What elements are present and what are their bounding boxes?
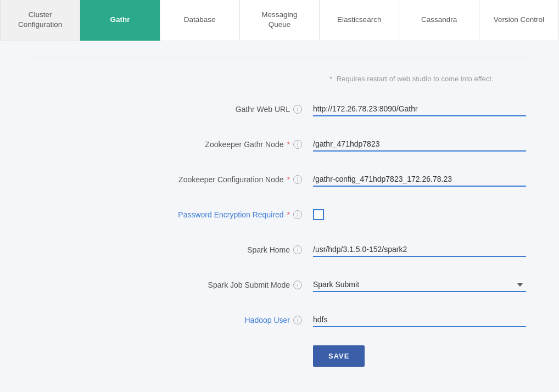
tab-cassandra[interactable]: Cassandra: [399, 0, 479, 41]
input-area-zookeeper-configuration-node: [313, 172, 526, 187]
label-spark-job-submit-mode: Spark Job Submit Modei: [33, 281, 313, 289]
label-text-spark-job-submit-mode: Spark Job Submit Mode: [208, 281, 290, 289]
input-area-spark-job-submit-mode: Spark SubmitLivyYarn: [313, 278, 526, 292]
input-spark-home[interactable]: [313, 243, 526, 257]
info-icon-hadoop-user[interactable]: i: [293, 316, 302, 324]
tab-messaging-queue[interactable]: Messaging Queue: [240, 0, 320, 41]
select-wrapper-spark-job-submit-mode: Spark SubmitLivyYarn: [313, 278, 526, 292]
label-text-spark-home: Spark Home: [247, 245, 290, 254]
label-gathr-web-url: Gathr Web URLi: [33, 105, 313, 114]
form-row-zookeeper-gathr-node: Zookeeper Gathr Node *i: [33, 135, 526, 154]
label-text-gathr-web-url: Gathr Web URL: [236, 105, 290, 114]
restart-note: * Requires restart of web studio to come…: [329, 75, 526, 83]
required-star-zookeeper-gathr-node: *: [287, 140, 290, 149]
tab-version-control[interactable]: Version Control: [479, 0, 559, 41]
restart-note-text: Requires restart of web studio to come i…: [337, 75, 494, 83]
input-gathr-web-url[interactable]: [313, 102, 526, 116]
input-area-hadoop-user: [313, 313, 526, 327]
label-zookeeper-gathr-node: Zookeeper Gathr Node *i: [33, 140, 313, 149]
label-text-zookeeper-gathr-node: Zookeeper Gathr Node: [205, 140, 283, 149]
info-icon-spark-home[interactable]: i: [293, 245, 302, 254]
info-icon-password-encryption-required[interactable]: i: [293, 210, 302, 219]
label-zookeeper-configuration-node: Zookeeper Configuration Node *i: [33, 175, 313, 184]
label-hadoop-user: Hadoop Useri: [33, 316, 313, 324]
label-spark-home: Spark Homei: [33, 245, 313, 254]
form-row-spark-job-submit-mode: Spark Job Submit ModeiSpark SubmitLivyYa…: [33, 275, 526, 295]
select-spark-job-submit-mode[interactable]: Spark SubmitLivyYarn: [313, 278, 526, 292]
tab-database[interactable]: Database: [160, 0, 240, 41]
input-area-password-encryption-required: [313, 209, 526, 220]
divider: [33, 58, 526, 58]
label-text-hadoop-user: Hadoop User: [245, 316, 290, 324]
tab-gathr[interactable]: Gathr: [80, 0, 160, 41]
label-text-password-encryption-required: Password Encryption Required: [178, 210, 283, 219]
required-star-zookeeper-configuration-node: *: [287, 175, 290, 184]
info-icon-zookeeper-gathr-node[interactable]: i: [293, 140, 302, 149]
input-hadoop-user[interactable]: [313, 313, 526, 327]
checkbox-password-encryption-required[interactable]: [313, 209, 324, 220]
tabs-container: Cluster ConfigurationGathrDatabaseMessag…: [0, 0, 559, 41]
save-button[interactable]: SAVE: [313, 345, 365, 367]
tab-cluster-configuration[interactable]: Cluster Configuration: [0, 0, 80, 41]
info-icon-zookeeper-configuration-node[interactable]: i: [293, 175, 302, 184]
form-row-hadoop-user: Hadoop Useri: [33, 310, 526, 330]
form-row-password-encryption-required: Password Encryption Required *i: [33, 205, 526, 225]
input-zookeeper-configuration-node[interactable]: [313, 172, 526, 187]
form: Gathr Web URLiZookeeper Gathr Node *iZoo…: [33, 99, 526, 330]
main-content: * Requires restart of web studio to come…: [0, 41, 559, 392]
form-row-spark-home: Spark Homei: [33, 240, 526, 260]
label-password-encryption-required: Password Encryption Required *i: [33, 210, 313, 219]
form-row-gathr-web-url: Gathr Web URLi: [33, 99, 526, 119]
required-star-password-encryption-required: *: [287, 210, 290, 219]
info-icon-spark-job-submit-mode[interactable]: i: [293, 281, 302, 289]
info-icon-gathr-web-url[interactable]: i: [293, 105, 302, 114]
label-text-zookeeper-configuration-node: Zookeeper Configuration Node: [178, 175, 283, 184]
restart-note-prefix: *: [329, 75, 334, 83]
tab-elasticsearch[interactable]: Elasticsearch: [320, 0, 399, 41]
form-row-zookeeper-configuration-node: Zookeeper Configuration Node *i: [33, 170, 526, 189]
input-zookeeper-gathr-node[interactable]: [313, 137, 526, 152]
checkbox-wrapper-password-encryption-required: [313, 209, 526, 220]
save-btn-row: SAVE: [313, 345, 526, 367]
input-area-spark-home: [313, 243, 526, 257]
input-area-zookeeper-gathr-node: [313, 137, 526, 152]
input-area-gathr-web-url: [313, 102, 526, 116]
